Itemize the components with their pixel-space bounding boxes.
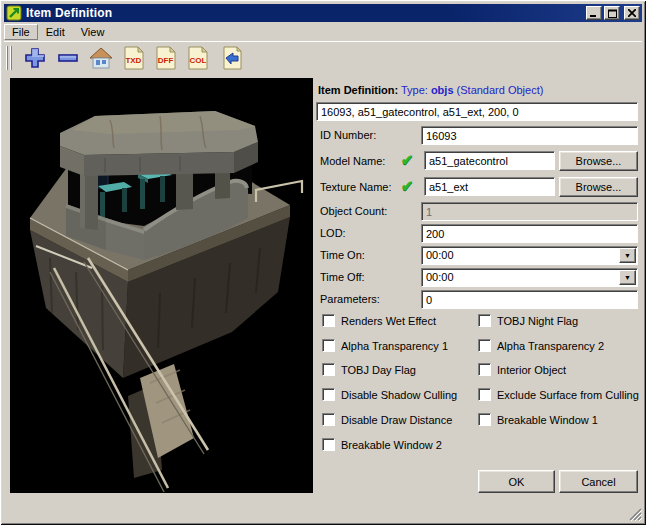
checkbox-renders-wet-effect[interactable]: Renders Wet Effect	[322, 314, 436, 327]
maximize-button[interactable]	[604, 6, 620, 20]
object-count-input	[421, 202, 638, 221]
model-name-label: Model Name:	[320, 155, 385, 167]
type-value: objs	[431, 84, 454, 96]
ok-button[interactable]: OK	[478, 470, 555, 493]
svg-text:DFF: DFF	[158, 56, 174, 65]
form-header: Item Definition: Type: objs (Standard Ob…	[318, 84, 543, 96]
checkbox-exclude-surface-from-culling[interactable]: Exclude Surface from Culling	[478, 388, 639, 401]
checkbox-disable-shadow-culling[interactable]: Disable Shadow Culling	[322, 388, 457, 401]
checkbox-box	[322, 339, 335, 352]
toolbar: TXD DFF COL	[4, 41, 642, 72]
checkbox-box	[478, 314, 491, 327]
item-definition-window: Item Definition File Edit View	[0, 0, 646, 525]
texture-browse-button[interactable]: Browse...	[559, 177, 638, 197]
checkbox-box	[322, 413, 335, 426]
time-on-label: Time On:	[320, 249, 365, 261]
minimize-button[interactable]	[586, 6, 602, 20]
cancel-button[interactable]: Cancel	[559, 470, 638, 493]
type-label: Type:	[401, 84, 428, 96]
close-button[interactable]	[624, 6, 640, 20]
checkbox-breakable-window-1[interactable]: Breakable Window 1	[478, 413, 598, 426]
col-file-button[interactable]: COL	[184, 44, 212, 72]
checkbox-interior-object[interactable]: Interior Object	[478, 363, 566, 376]
checkbox-box	[322, 314, 335, 327]
definition-line-input[interactable]	[316, 102, 638, 121]
model-browse-button[interactable]: Browse...	[559, 151, 638, 171]
checkbox-box	[478, 413, 491, 426]
menu-bar: File Edit View	[4, 23, 642, 41]
type-detail: (Standard Object)	[457, 84, 544, 96]
time-off-combobox[interactable]: 00:00 ▼	[421, 268, 638, 287]
checkbox-box	[322, 388, 335, 401]
texture-name-label: Texture Name:	[320, 181, 392, 193]
add-button[interactable]	[21, 44, 49, 72]
parameters-label: Parameters:	[320, 293, 380, 305]
texture-valid-check-icon: ✔	[401, 178, 414, 194]
close-icon	[628, 9, 636, 17]
lod-input[interactable]	[421, 224, 638, 243]
dff-file-button[interactable]: DFF	[152, 44, 180, 72]
checkbox-box	[322, 438, 335, 451]
title-bar[interactable]: Item Definition	[4, 4, 642, 22]
remove-button[interactable]	[54, 44, 82, 72]
time-off-label: Time Off:	[320, 271, 365, 283]
texture-name-input[interactable]	[424, 177, 555, 196]
checkbox-tobj-day-flag[interactable]: TOBJ Day Flag	[322, 363, 416, 376]
object-count-label: Object Count:	[320, 205, 387, 217]
checkbox-alpha-transparency-2[interactable]: Alpha Transparency 2	[478, 339, 604, 352]
svg-text:TXD: TXD	[125, 56, 141, 65]
txd-file-icon: TXD	[121, 45, 147, 71]
toolbar-gripper[interactable]	[6, 46, 13, 70]
resize-grip[interactable]	[629, 508, 642, 521]
checkbox-alpha-transparency-1[interactable]: Alpha Transparency 1	[322, 339, 448, 352]
id-number-label: ID Number:	[320, 129, 376, 141]
id-number-input[interactable]	[421, 126, 638, 145]
checkbox-box	[478, 388, 491, 401]
parameters-input[interactable]	[421, 290, 638, 309]
model-name-input[interactable]	[424, 151, 555, 170]
dff-file-icon: DFF	[153, 45, 179, 71]
checkbox-tobj-night-flag[interactable]: TOBJ Night Flag	[478, 314, 578, 327]
menu-file[interactable]: File	[4, 24, 38, 40]
minimize-icon	[590, 9, 598, 17]
time-off-value: 00:00	[426, 271, 454, 283]
app-icon	[6, 5, 22, 21]
time-off-dropdown-button[interactable]: ▼	[619, 270, 636, 285]
form-header-title: Item Definition:	[318, 84, 398, 96]
home-icon	[88, 45, 114, 71]
checkbox-box	[322, 363, 335, 376]
checkbox-box	[478, 339, 491, 352]
time-on-dropdown-button[interactable]: ▼	[619, 248, 636, 263]
time-on-combobox[interactable]: 00:00 ▼	[421, 246, 638, 265]
minus-icon	[55, 45, 81, 71]
model-preview[interactable]	[10, 78, 313, 493]
window-title: Item Definition	[26, 6, 584, 20]
time-on-value: 00:00	[426, 249, 454, 261]
model-valid-check-icon: ✔	[401, 152, 414, 168]
lod-label: LOD:	[320, 227, 346, 239]
maximize-icon	[608, 9, 617, 18]
booth-roof	[60, 111, 258, 176]
checkbox-box	[478, 363, 491, 376]
chevron-down-icon: ▼	[624, 252, 631, 259]
chevron-down-icon: ▼	[624, 274, 631, 281]
home-button[interactable]	[87, 44, 115, 72]
import-item-button[interactable]	[218, 44, 246, 72]
svg-text:COL: COL	[190, 56, 207, 65]
txd-file-button[interactable]: TXD	[120, 44, 148, 72]
col-file-icon: COL	[185, 45, 211, 71]
menu-edit[interactable]: Edit	[38, 24, 73, 40]
checkbox-disable-draw-distance[interactable]: Disable Draw Distance	[322, 413, 452, 426]
import-item-icon	[219, 45, 245, 71]
plus-icon	[22, 45, 48, 71]
menu-view[interactable]: View	[73, 24, 113, 40]
checkbox-breakable-window-2[interactable]: Breakable Window 2	[322, 438, 442, 451]
model-preview-render	[10, 78, 313, 493]
